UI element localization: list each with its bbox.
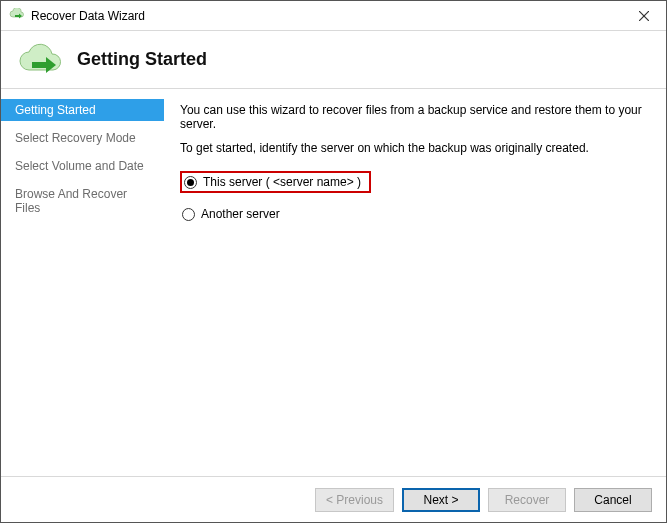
radio-label: Another server — [201, 207, 280, 221]
content-pane: You can use this wizard to recover files… — [164, 89, 666, 476]
window-title: Recover Data Wizard — [31, 9, 622, 23]
button-label: Recover — [505, 493, 550, 507]
radio-label: This server ( <server name> ) — [203, 175, 361, 189]
sidebar: Getting Started Select Recovery Mode Sel… — [1, 89, 164, 476]
footer: < Previous Next > Recover Cancel — [1, 476, 666, 522]
sidebar-item-label: Select Volume and Date — [15, 159, 144, 173]
previous-button: < Previous — [315, 488, 394, 512]
sidebar-item-label: Getting Started — [15, 103, 96, 117]
page-title: Getting Started — [77, 49, 207, 70]
wizard-window: Recover Data Wizard Getting Started Gett… — [0, 0, 667, 523]
button-label: Cancel — [594, 493, 631, 507]
intro-text: You can use this wizard to recover files… — [180, 103, 650, 131]
radio-another-server[interactable]: Another server — [180, 205, 650, 223]
header-cloud-icon — [15, 42, 67, 78]
radio-icon — [182, 208, 195, 221]
button-label: Next > — [423, 493, 458, 507]
close-button[interactable] — [622, 1, 666, 30]
sidebar-item-select-recovery-mode[interactable]: Select Recovery Mode — [1, 127, 164, 149]
cancel-button[interactable]: Cancel — [574, 488, 652, 512]
header: Getting Started — [1, 31, 666, 89]
radio-icon — [184, 176, 197, 189]
sidebar-item-browse-and-recover[interactable]: Browse And Recover Files — [1, 183, 164, 219]
prompt-text: To get started, identify the server on w… — [180, 141, 650, 155]
sidebar-item-label: Browse And Recover Files — [15, 187, 127, 215]
body: Getting Started Select Recovery Mode Sel… — [1, 89, 666, 476]
radio-this-server[interactable]: This server ( <server name> ) — [180, 171, 371, 193]
sidebar-item-getting-started[interactable]: Getting Started — [1, 99, 164, 121]
close-icon — [639, 11, 649, 21]
titlebar: Recover Data Wizard — [1, 1, 666, 31]
app-icon — [9, 8, 25, 24]
next-button[interactable]: Next > — [402, 488, 480, 512]
button-label: < Previous — [326, 493, 383, 507]
sidebar-item-label: Select Recovery Mode — [15, 131, 136, 145]
sidebar-item-select-volume-and-date[interactable]: Select Volume and Date — [1, 155, 164, 177]
recover-button: Recover — [488, 488, 566, 512]
